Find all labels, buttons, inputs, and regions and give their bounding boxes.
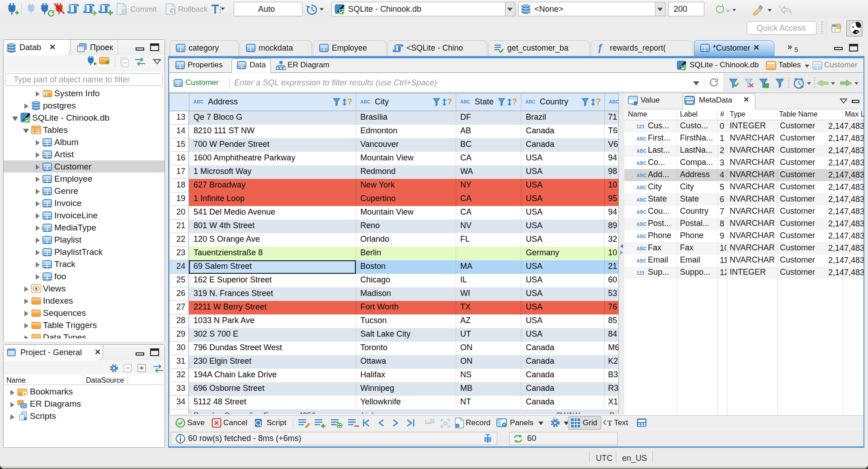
svg-text:i: i [45, 92, 46, 97]
svg-text:T: T [607, 419, 613, 427]
svg-text:i: i [457, 424, 458, 428]
